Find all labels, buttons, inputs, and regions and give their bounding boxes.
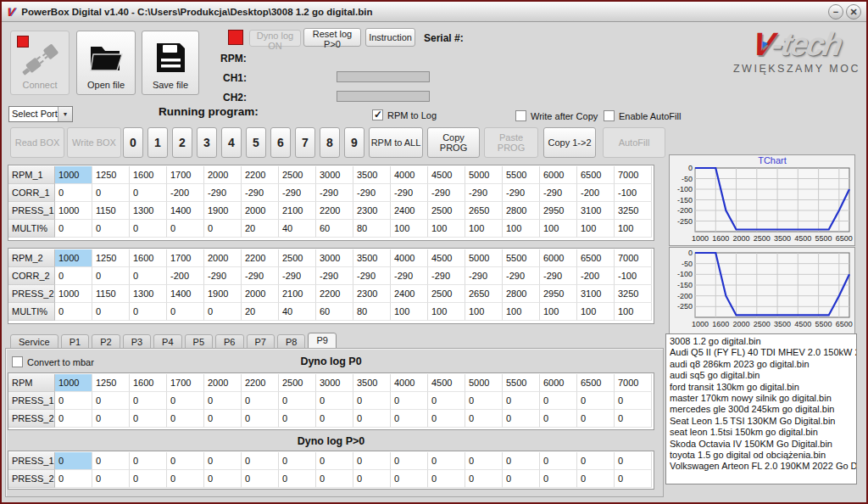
grid-cell[interactable]: 0 [204,303,242,321]
grid-cell[interactable]: 1600 [130,249,167,267]
program-4-button[interactable]: 4 [221,127,242,158]
grid-cell[interactable]: 2100 [279,285,316,303]
grid-cell[interactable]: 6500 [577,249,615,267]
grid-cell[interactable]: 0 [130,410,167,428]
grid-cell[interactable]: 0 [242,452,279,470]
grid-cell[interactable]: 0 [130,470,167,488]
grid-cell[interactable]: 1250 [92,374,130,392]
file-list-item[interactable]: ford transit 130km go digital.bin [670,382,856,393]
grid-cell[interactable]: 4500 [428,374,465,392]
grid-cell[interactable]: 0 [353,392,391,410]
grid-cell[interactable]: -290 [279,184,316,202]
grid-cell[interactable]: 2000 [242,285,279,303]
tab-p5[interactable]: P5 [185,334,213,349]
grid-cell[interactable]: 0 [503,470,540,488]
grid-cell[interactable]: 3000 [316,249,353,267]
program-5-button[interactable]: 5 [246,127,266,158]
grid-cell[interactable]: 0 [130,392,167,410]
grid-cell[interactable]: 6000 [540,166,577,184]
grid-cell[interactable]: 1000 [55,166,92,184]
grid-cell[interactable]: -290 [428,267,465,285]
tab-p8[interactable]: P8 [277,334,305,349]
grid-cell[interactable]: 3100 [577,285,615,303]
dyno-log-on-button[interactable]: Dyno log ON [249,30,301,47]
grid-cell[interactable]: 0 [577,452,615,470]
grid-cell[interactable]: -200 [167,184,204,202]
grid-cell[interactable]: 2400 [391,285,428,303]
grid-cell[interactable]: 2800 [503,202,540,220]
grid-cell[interactable]: 1400 [167,285,204,303]
grid-cell[interactable]: 100 [428,220,465,238]
grid-cell[interactable]: 1150 [92,285,130,303]
grid-cell[interactable]: 3500 [353,249,391,267]
grid-cell[interactable]: -290 [540,184,577,202]
grid-cell[interactable]: 3100 [577,202,615,220]
grid-cell[interactable]: 100 [615,303,652,321]
grid-cell[interactable]: 1700 [167,249,204,267]
grid-cell[interactable]: 0 [55,470,92,488]
grid-cell[interactable]: 5500 [503,166,540,184]
grid-cell[interactable]: 100 [540,220,577,238]
file-list-item[interactable]: seat leon 1.5tsi 150km go digital.bin [670,427,856,438]
grid-cell[interactable]: 0 [92,452,130,470]
grid-cell[interactable]: 40 [279,303,316,321]
reset-log-button[interactable]: Reset log P>0 [303,28,361,47]
grid-cell[interactable]: 3500 [353,166,391,184]
grid-cell[interactable]: 100 [577,303,615,321]
grid-cell[interactable]: 0 [130,303,167,321]
grid-cell[interactable]: 0 [391,452,428,470]
grid-cell[interactable]: 0 [428,392,465,410]
write-after-copy-checkbox[interactable]: Write after Copy [515,110,598,121]
program-3-button[interactable]: 3 [197,127,217,158]
grid-cell[interactable]: 0 [130,267,167,285]
grid-cell[interactable]: -290 [204,267,242,285]
grid-cell[interactable]: 0 [428,470,465,488]
file-list-item[interactable]: Skoda Octavia IV 150KM Go Digital.bin [670,439,856,450]
grid-cell[interactable]: 100 [391,303,428,321]
grid-cell[interactable]: 80 [353,220,391,238]
grid-cell[interactable]: 0 [540,410,577,428]
grid-cell[interactable]: 1700 [167,374,204,392]
grid-cell[interactable]: 0 [92,303,130,321]
chevron-down-icon[interactable] [58,107,72,121]
grid-cell[interactable]: 0 [391,410,428,428]
grid-cell[interactable]: 0 [167,470,204,488]
grid-cell[interactable]: 1300 [130,285,167,303]
save-file-button[interactable]: Save file [142,31,199,95]
grid-cell[interactable]: 0 [279,470,316,488]
grid-cell[interactable]: 100 [428,303,465,321]
grid-cell[interactable]: 0 [55,220,92,238]
enable-autofill-checkbox[interactable]: Enable AutoFill [604,110,681,121]
grid-cell[interactable]: 0 [503,410,540,428]
write-box-button[interactable]: Write BOX [67,127,121,158]
grid-cell[interactable]: 0 [615,452,652,470]
checkbox-box[interactable] [604,110,615,121]
tab-p6[interactable]: P6 [215,334,243,349]
grid-cell[interactable]: 100 [465,303,503,321]
grid-cell[interactable]: 0 [428,410,465,428]
checkbox-box[interactable] [372,109,383,120]
grid-cell[interactable]: 2100 [279,202,316,220]
grid-cell[interactable]: -200 [167,267,204,285]
grid-cell[interactable]: 0 [279,410,316,428]
grid-cell[interactable]: 0 [55,184,92,202]
grid-cell[interactable]: 2000 [242,202,279,220]
grid-cell[interactable]: 0 [204,220,242,238]
grid-cell[interactable]: 0 [167,303,204,321]
grid-cell[interactable]: -100 [615,267,652,285]
grid-cell[interactable]: 1150 [92,202,130,220]
grid-cell[interactable]: 0 [92,267,130,285]
grid-cell[interactable]: -290 [242,184,279,202]
grid-cell[interactable]: 1000 [55,249,92,267]
grid-cell[interactable]: -200 [577,184,615,202]
program-6-button[interactable]: 6 [270,127,291,158]
grid-cell[interactable]: 0 [353,410,391,428]
grid-cell[interactable]: 2300 [353,202,391,220]
grid-cell[interactable]: -290 [353,184,391,202]
grid-cell[interactable]: 1000 [55,202,92,220]
grid-cell[interactable]: 2500 [428,202,465,220]
grid-cell[interactable]: 2500 [428,285,465,303]
grid-cell[interactable]: 0 [615,470,652,488]
program-7-button[interactable]: 7 [295,127,315,158]
grid-cell[interactable]: 1250 [92,166,130,184]
